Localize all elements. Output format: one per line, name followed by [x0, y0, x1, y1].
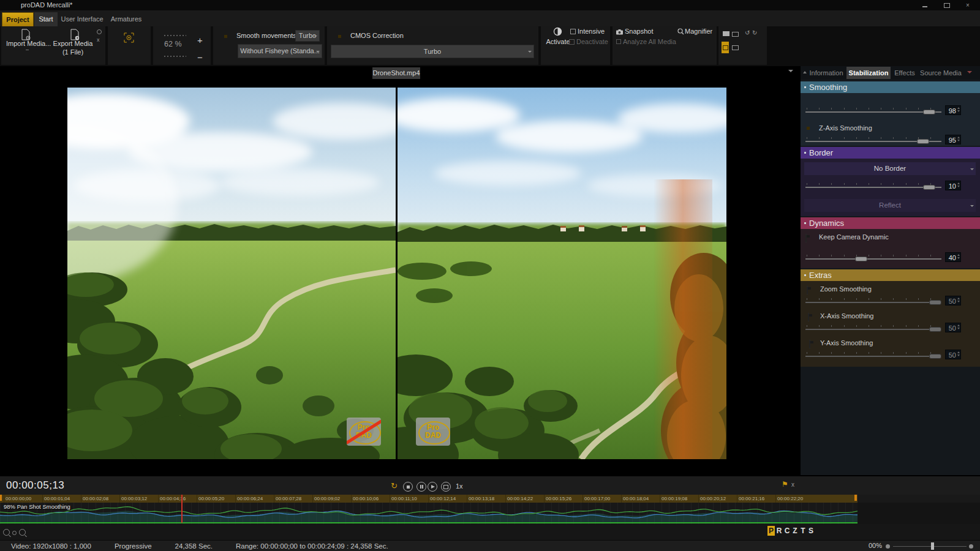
- maximize-button[interactable]: [941, 2, 953, 9]
- deactivate-button[interactable]: Deactivate: [576, 38, 608, 45]
- zoom-smoothing-toggle[interactable]: [807, 286, 808, 294]
- compare-view-active-icon[interactable]: [722, 42, 729, 53]
- border-value[interactable]: 10: [945, 181, 961, 190]
- pause-button[interactable]: [417, 482, 426, 492]
- play-button[interactable]: [428, 482, 437, 492]
- spinner-icon[interactable]: [957, 182, 960, 187]
- analyze-all-media-button[interactable]: Analyze All Media: [623, 38, 676, 45]
- zoom-in-timeline-icon[interactable]: [19, 529, 26, 536]
- intensive-button[interactable]: Intensive: [578, 28, 605, 35]
- slider-thumb[interactable]: [929, 300, 941, 305]
- dynamics-value[interactable]: 40: [945, 252, 961, 262]
- playhead[interactable]: [181, 495, 183, 523]
- spinner-icon[interactable]: [957, 254, 960, 259]
- spinner-icon[interactable]: [957, 137, 960, 141]
- tab-effects[interactable]: Effects: [892, 67, 918, 79]
- tab-information[interactable]: Information: [807, 67, 845, 79]
- frame-button[interactable]: [441, 482, 451, 492]
- slider-thumb[interactable]: [923, 110, 935, 114]
- y-axis-slider[interactable]: [805, 351, 941, 361]
- undo-icon[interactable]: ↺: [745, 29, 750, 36]
- stop-button[interactable]: [403, 482, 413, 492]
- export-media-button[interactable]: Export Media: [51, 40, 94, 47]
- single-view-icon[interactable]: [723, 31, 729, 36]
- section-header-extras[interactable]: Extras: [801, 269, 980, 281]
- range-end-marker[interactable]: [854, 495, 857, 501]
- section-header-dynamics[interactable]: Dynamics: [801, 217, 980, 229]
- zaxis-value[interactable]: 95: [945, 135, 961, 144]
- zoom-out-timeline-icon[interactable]: [3, 529, 10, 536]
- y-axis-toggle[interactable]: [809, 340, 810, 348]
- clip-name-tab[interactable]: DroneShot.mp4: [372, 67, 420, 79]
- slider-thumb[interactable]: [923, 185, 935, 190]
- spinner-icon[interactable]: [957, 324, 960, 329]
- x-axis-toggle[interactable]: [808, 313, 809, 321]
- timeline-ruler[interactable]: 00:00:00;00 00:00:01;04 00:00:02;08 00:0…: [0, 495, 858, 503]
- dynamics-slider[interactable]: [805, 253, 941, 263]
- video-preview-original[interactable]: Pro DAD: [67, 88, 396, 459]
- tab-armatures[interactable]: Armatures: [108, 12, 145, 26]
- spinner-icon[interactable]: [957, 351, 960, 356]
- panel-menu-chevron-icon[interactable]: [967, 71, 972, 73]
- tab-start[interactable]: Start: [34, 12, 58, 26]
- viewer-menu-chevron-icon[interactable]: [788, 70, 793, 72]
- border-slider[interactable]: [805, 182, 941, 192]
- zoom-in-button[interactable]: +: [197, 35, 203, 45]
- fisheye-dropdown[interactable]: Without Fisheye (Standa...: [238, 44, 322, 58]
- flag-icon[interactable]: ⚑: [782, 480, 788, 489]
- slider-thumb[interactable]: [929, 327, 941, 332]
- timeline-zoom-slider[interactable]: [893, 546, 967, 547]
- spinner-icon[interactable]: [957, 107, 960, 112]
- minimize-button[interactable]: [919, 2, 931, 9]
- section-header-smoothing[interactable]: Smoothing: [801, 81, 980, 93]
- tool-s-button[interactable]: S: [807, 526, 815, 536]
- marker-close-icon[interactable]: x: [791, 481, 794, 488]
- spinner-icon[interactable]: [957, 298, 960, 302]
- timeline-zoom-thumb[interactable]: [931, 542, 934, 550]
- y-axis-value[interactable]: 50: [945, 350, 961, 359]
- import-media-button[interactable]: Import Media...: [6, 40, 49, 47]
- target-icon[interactable]: [124, 32, 134, 44]
- x-axis-slider[interactable]: [805, 324, 941, 334]
- timeline-zoom-in-icon[interactable]: [969, 544, 973, 549]
- full-view-icon[interactable]: [732, 45, 739, 50]
- tab-user-interface[interactable]: User Interface: [59, 12, 105, 26]
- smooth-preset-dropdown[interactable]: Turbo: [295, 30, 320, 42]
- video-preview-stabilized[interactable]: Pro DAD: [398, 88, 726, 459]
- zoom-smoothing-slider[interactable]: [805, 297, 941, 307]
- tab-source-media[interactable]: Source Media: [919, 67, 963, 79]
- smoothing-value[interactable]: 98: [945, 105, 961, 115]
- tool-z-button[interactable]: Z: [791, 526, 799, 536]
- tool-r-button[interactable]: R: [775, 526, 783, 536]
- section-header-border[interactable]: Border: [801, 147, 980, 159]
- slider-thumb[interactable]: [917, 139, 929, 144]
- snapshot-button[interactable]: Snapshot: [625, 28, 653, 35]
- slider-thumb[interactable]: [855, 257, 867, 261]
- slider-thumb[interactable]: [929, 354, 941, 359]
- tool-c-button[interactable]: C: [783, 526, 791, 536]
- panel-collapse-icon[interactable]: [803, 71, 807, 73]
- range-start-marker[interactable]: [0, 495, 2, 501]
- zoom-reset-icon[interactable]: [12, 531, 17, 535]
- redo-icon[interactable]: ↻: [752, 29, 757, 36]
- magnifier-button[interactable]: Magnifier: [685, 28, 712, 35]
- panel-options-icon[interactable]: [97, 29, 102, 34]
- loop-icon[interactable]: ↻: [391, 481, 398, 490]
- border-mode-dropdown[interactable]: No Border: [804, 162, 976, 175]
- import-dropdown-icon[interactable]: [26, 50, 29, 50]
- timeline-zoom-out-icon[interactable]: [886, 544, 890, 549]
- dual-view-icon[interactable]: [732, 32, 739, 37]
- tool-p-button[interactable]: P: [767, 526, 775, 536]
- tool-t-button[interactable]: T: [799, 526, 807, 536]
- reflect-dropdown[interactable]: Reflect: [804, 199, 976, 212]
- keep-dynamic-toggle[interactable]: [805, 234, 807, 242]
- tab-stabilization[interactable]: Stabilization: [846, 67, 891, 79]
- panel-close-icon[interactable]: x: [97, 37, 100, 43]
- close-button[interactable]: ×: [962, 2, 974, 9]
- zoom-smoothing-value[interactable]: 50: [945, 296, 961, 305]
- x-axis-value[interactable]: 50: [945, 323, 961, 332]
- tab-project[interactable]: Project: [2, 12, 34, 28]
- playback-speed[interactable]: 1x: [456, 482, 463, 490]
- analysis-track[interactable]: [0, 503, 858, 524]
- smoothing-slider[interactable]: [805, 107, 941, 116]
